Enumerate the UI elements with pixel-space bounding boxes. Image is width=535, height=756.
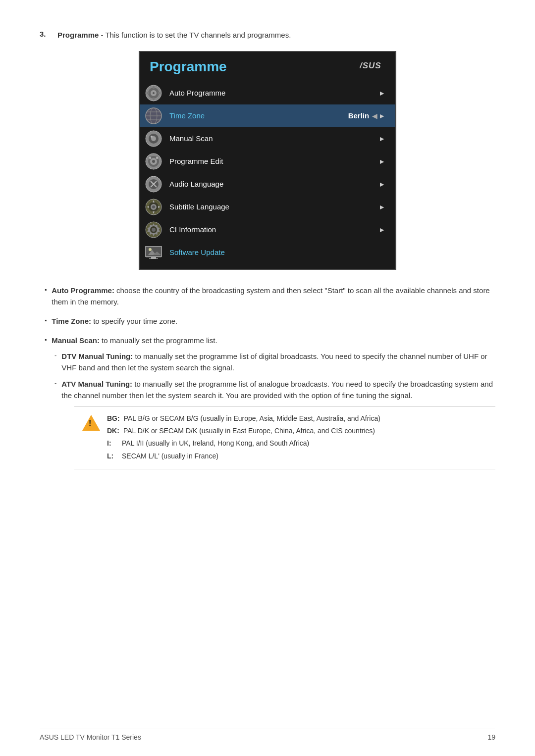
tv-menu-header: Programme /SUS [140, 52, 395, 79]
svg-rect-45 [149, 258, 158, 259]
menu-icon-software-update [145, 244, 162, 261]
bullet-text-manual-scan: Manual Scan: to manually set the program… [52, 335, 217, 346]
menu-item-auto-programme[interactable]: Auto Programme ► [140, 82, 395, 104]
sub-bullet-symbol-atv: - [54, 379, 56, 387]
menu-item-label-auto-programme: Auto Programme [169, 89, 376, 97]
menu-icon-ci-information [145, 221, 162, 239]
sub-bullet-list: - DTV Manual Tuning: to manually set the… [45, 351, 495, 475]
warning-icon [82, 415, 100, 433]
note-text-dk: PAL D/K or SECAM D/K (usually in East Eu… [123, 425, 375, 436]
section-intro-bold: Programme [57, 31, 99, 39]
svg-point-22 [149, 157, 151, 159]
note-text-bg: PAL B/G or SECAM B/G (usually in Europe,… [124, 413, 380, 424]
bullet-bold-manual-scan: Manual Scan: [52, 336, 100, 345]
note-label-bg: BG: [107, 413, 120, 424]
sub-bullet-text-dtv: DTV Manual Tuning: to manually set the p… [61, 351, 495, 374]
section-number: 3. [40, 30, 54, 38]
menu-arrow-ci-information: ► [378, 226, 385, 234]
menu-arrow-programme-edit: ► [378, 157, 385, 165]
note-row-dk: DK: PAL D/K or SECAM D/K (usually in Eas… [107, 425, 380, 436]
menu-icon-programme-edit [145, 152, 162, 170]
menu-item-label-ci-information: CI Information [169, 225, 376, 234]
menu-item-label-time-zone: Time Zone [169, 111, 348, 120]
sub-bullet-symbol-dtv: - [54, 352, 56, 359]
footer-page-number: 19 [487, 733, 495, 741]
menu-item-label-manual-scan: Manual Scan [169, 134, 376, 143]
menu-icon-time-zone [145, 107, 162, 125]
note-box: BG: PAL B/G or SECAM B/G (usually in Eur… [74, 406, 495, 470]
section-intro: Programme - This function is to set the … [57, 30, 291, 41]
warning-triangle [82, 415, 100, 431]
note-label-l: L: [107, 451, 118, 461]
sub-bullet-atv: - ATV Manual Tuning: to manually set the… [54, 378, 495, 402]
svg-rect-44 [151, 257, 156, 258]
svg-point-23 [156, 157, 158, 159]
sub-bullet-bold-dtv: DTV Manual Tuning: [61, 352, 133, 360]
menu-item-manual-scan[interactable]: Manual Scan ► [140, 127, 395, 150]
bullet-item-time-zone: ▪ Time Zone: to specify your time zone. [45, 315, 495, 327]
menu-item-time-zone[interactable]: Time Zone Berlin ◀ ► [140, 104, 395, 127]
svg-point-4 [153, 92, 155, 94]
note-label-dk: DK: [107, 425, 119, 436]
note-row-l: L: SECAM L/L' (usually in France) [107, 451, 380, 461]
sub-bullet-dtv: - DTV Manual Tuning: to manually set the… [54, 351, 495, 374]
menu-item-software-update[interactable]: Software Update [140, 241, 395, 264]
note-row-bg: BG: PAL B/G or SECAM B/G (usually in Eur… [107, 413, 380, 424]
bullet-text-time-zone: Time Zone: to specify your time zone. [52, 315, 177, 327]
svg-point-17 [151, 136, 153, 138]
menu-item-subtitle-language[interactable]: Subtitle Language ► [140, 196, 395, 218]
bullet-symbol-1: ▪ [45, 286, 47, 293]
svg-rect-6 [158, 92, 160, 94]
tv-menu-box: Programme /SUS [139, 51, 396, 270]
note-label-i: I: [107, 438, 118, 449]
menu-item-label-audio-language: Audio Language [169, 180, 376, 188]
menu-arrow-subtitle-language: ► [378, 203, 385, 211]
footer-brand-text: ASUS LED TV Monitor T1 Series [40, 733, 141, 741]
menu-item-audio-language[interactable]: Audio Language ► [140, 173, 395, 196]
menu-arrow-auto-programme: ► [378, 89, 385, 97]
bullet-item-manual-scan: ▪ Manual Scan: to manually set the progr… [45, 335, 495, 474]
bullet-bold-time-zone: Time Zone: [52, 317, 91, 325]
svg-point-38 [152, 228, 156, 232]
svg-rect-7 [153, 86, 155, 89]
menu-icon-auto-programme [145, 84, 162, 102]
note-text-i: PAL I/II (usually in UK, Ireland, Hong K… [122, 438, 309, 449]
svg-point-43 [149, 248, 152, 251]
bullet-text-auto-programme: Auto Programme: choose the country of th… [52, 285, 495, 308]
section-heading: 3. Programme - This function is to set t… [40, 30, 495, 41]
menu-icon-subtitle-language [145, 198, 162, 216]
menu-item-label-software-update: Software Update [169, 248, 385, 256]
svg-rect-8 [153, 98, 155, 100]
menu-item-value-time-zone: Berlin [348, 111, 370, 120]
bullet-list: ▪ Auto Programme: choose the country of … [40, 285, 495, 475]
tv-menu-title: Programme [150, 59, 227, 75]
note-text-l: SECAM L/L' (usually in France) [122, 451, 218, 461]
page-content: 3. Programme - This function is to set t… [0, 0, 535, 512]
bullet-symbol-2: ▪ [45, 317, 47, 324]
note-row-i: I: PAL I/II (usually in UK, Ireland, Hon… [107, 438, 380, 449]
svg-point-21 [152, 160, 155, 163]
menu-icon-audio-language [145, 175, 162, 193]
menu-item-label-programme-edit: Programme Edit [169, 157, 376, 165]
page-footer: ASUS LED TV Monitor T1 Series 19 [40, 728, 495, 741]
section-intro-text: - This function is to set the TV channel… [99, 31, 291, 39]
bullet-symbol-3: ▪ [45, 336, 47, 343]
svg-point-35 [152, 205, 155, 208]
menu-icon-manual-scan [145, 130, 162, 148]
menu-arrow-audio-language: ► [378, 180, 385, 188]
bullet-item-auto-programme: ▪ Auto Programme: choose the country of … [45, 285, 495, 308]
sub-bullet-text-atv: ATV Manual Tuning: to manually set the p… [61, 378, 495, 402]
arrow-left-icon: ◀ [372, 112, 377, 120]
menu-item-ci-information[interactable]: CI Information ► [140, 218, 395, 241]
svg-text:/SUS: /SUS [360, 61, 381, 70]
note-content: BG: PAL B/G or SECAM B/G (usually in Eur… [107, 413, 380, 463]
menu-item-label-subtitle-language: Subtitle Language [169, 202, 376, 211]
svg-rect-5 [147, 92, 149, 94]
arrow-right-icon: ► [378, 112, 385, 120]
menu-nav-arrows-time-zone: ◀ ► [372, 112, 385, 120]
bullet-bold-auto-programme: Auto Programme: [52, 286, 114, 295]
tv-menu-items: Auto Programme ► Time Zone Berlin [140, 79, 395, 269]
asus-logo: /SUS [360, 60, 385, 73]
menu-item-programme-edit[interactable]: Programme Edit ► [140, 150, 395, 173]
sub-bullet-bold-atv: ATV Manual Tuning: [61, 380, 132, 388]
